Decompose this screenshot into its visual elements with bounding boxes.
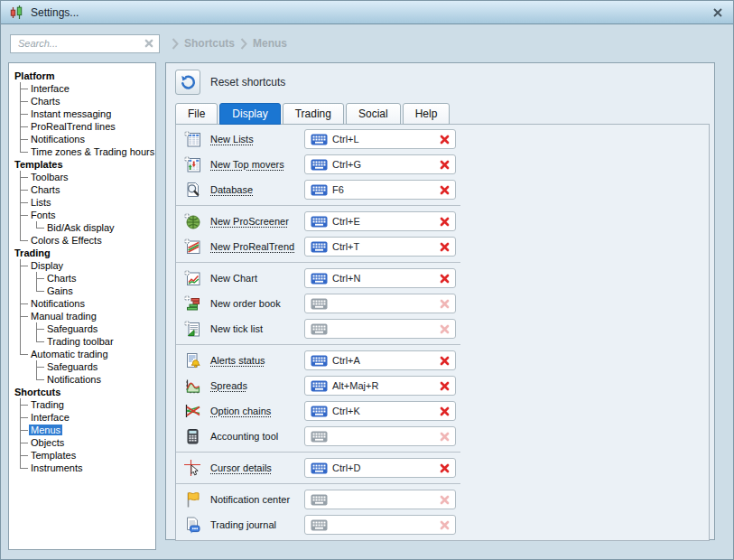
shortcut-label-alerts-status[interactable]: Alerts status: [210, 355, 304, 366]
tree-item-menus[interactable]: Menus: [13, 424, 153, 436]
tree-item-templates[interactable]: Templates: [13, 449, 153, 462]
tree-item-notifications[interactable]: Notifications: [13, 373, 153, 386]
tab-trading[interactable]: Trading: [283, 103, 344, 125]
shortcut-label-database[interactable]: Database: [210, 184, 304, 195]
tree-item-charts[interactable]: Charts: [13, 272, 153, 285]
shortcut-field-spreads[interactable]: Alt+Maj+R: [304, 376, 456, 396]
tree-item-bid-ask-display[interactable]: Bid/Ask display: [13, 221, 153, 234]
shortcut-field-accounting-tool[interactable]: [304, 426, 456, 446]
tree-item-objects[interactable]: Objects: [13, 436, 153, 449]
tree-item-safeguards[interactable]: Safeguards: [13, 360, 153, 373]
tree-item-manual-trading[interactable]: Manual trading: [13, 310, 153, 322]
tree-item-instant-messaging[interactable]: Instant messaging: [13, 107, 153, 120]
tree-item-time-zones-trading-hours[interactable]: Time zones & Trading hours: [13, 145, 153, 158]
shortcut-label-spreads[interactable]: Spreads: [210, 380, 304, 391]
tree-item-label: Display: [29, 260, 65, 271]
clear-search-icon[interactable]: [144, 39, 153, 48]
shortcut-field-trading-journal[interactable]: [304, 515, 456, 535]
tree-item-trading[interactable]: Trading: [13, 398, 153, 411]
tree-item-charts[interactable]: Charts: [13, 95, 153, 107]
shortcut-row: Notification center: [181, 490, 709, 509]
shortcut-label-new-prorealtrend[interactable]: New ProRealTrend: [210, 241, 304, 252]
clear-shortcut-button[interactable]: [440, 274, 450, 284]
tree-item-label: Toolbars: [29, 172, 70, 182]
shortcut-label-accounting-tool: Accounting tool: [210, 431, 304, 442]
breadcrumb-item-shortcuts[interactable]: Shortcuts: [184, 37, 235, 50]
clear-shortcut-button[interactable]: [440, 463, 450, 473]
shortcut-field-notification-center[interactable]: [304, 490, 456, 509]
tab-file[interactable]: File: [175, 103, 218, 125]
clear-shortcut-button[interactable]: [440, 242, 450, 252]
database-icon: [181, 181, 203, 200]
clear-shortcut-button[interactable]: [440, 217, 450, 227]
shortcut-label-option-chains[interactable]: Option chains: [210, 406, 304, 416]
close-icon[interactable]: [711, 5, 725, 20]
breadcrumb-item-menus[interactable]: Menus: [253, 37, 287, 50]
shortcut-label-new-proscreener[interactable]: New ProScreener: [210, 216, 304, 227]
reset-shortcuts-button[interactable]: [175, 70, 200, 95]
tree-item-interface[interactable]: Interface: [13, 411, 153, 424]
shortcut-label-new-top-movers[interactable]: New Top movers: [210, 159, 304, 170]
tree-item-safeguards[interactable]: Safeguards: [13, 322, 153, 335]
shortcut-field-option-chains[interactable]: Ctrl+K: [304, 401, 456, 421]
tree-item-notifications[interactable]: Notifications: [13, 133, 153, 145]
tree-item-gains[interactable]: Gains: [13, 285, 153, 297]
shortcut-field-new-tick-list[interactable]: [304, 319, 456, 339]
tab-help[interactable]: Help: [403, 103, 451, 125]
keyboard-icon: [311, 462, 328, 474]
search-input[interactable]: [16, 37, 144, 50]
tree-connector: [13, 449, 29, 462]
shortcut-row: Cursor detailsCtrl+D: [181, 458, 709, 478]
group-separator: [176, 483, 460, 484]
shortcut-field-new-chart[interactable]: Ctrl+N: [304, 268, 456, 288]
shortcut-label-cursor-details[interactable]: Cursor details: [210, 462, 304, 473]
chevron-right-icon: [172, 38, 179, 50]
tree-connector: [13, 462, 29, 474]
shortcut-field-new-order-book[interactable]: [304, 294, 456, 313]
tree-item-charts[interactable]: Charts: [13, 183, 153, 196]
tree-item-display[interactable]: Display: [13, 259, 153, 272]
tree-item-notifications[interactable]: Notifications: [13, 297, 153, 310]
keyboard-icon: [311, 519, 328, 531]
tree-connector: [29, 221, 45, 234]
tree-item-prorealtrend-lines[interactable]: ProRealTrend lines: [13, 120, 153, 133]
settings-window: { "window": { "title": "Settings..." }, …: [0, 0, 734, 560]
tree-item-interface[interactable]: Interface: [13, 82, 153, 95]
shortcut-field-cursor-details[interactable]: Ctrl+D: [304, 458, 456, 478]
clear-shortcut-button[interactable]: [440, 381, 450, 391]
tree-connector: [13, 360, 29, 373]
shortcut-field-new-proscreener[interactable]: Ctrl+E: [304, 211, 456, 231]
shortcut-field-new-lists[interactable]: Ctrl+L: [304, 129, 456, 149]
clear-shortcut-button[interactable]: [440, 185, 450, 195]
tab-display[interactable]: Display: [219, 103, 280, 125]
clear-shortcut-button[interactable]: [440, 160, 450, 170]
shortcut-field-new-prorealtrend[interactable]: Ctrl+T: [304, 237, 456, 257]
clear-shortcut-button[interactable]: [440, 135, 450, 145]
tree-item-templates[interactable]: Templates: [13, 158, 153, 171]
shortcut-field-alerts-status[interactable]: Ctrl+A: [304, 350, 456, 370]
tree-item-platform[interactable]: Platform: [13, 70, 153, 82]
search-box: [10, 34, 160, 53]
tree-item-instruments[interactable]: Instruments: [13, 462, 153, 474]
tree-item-trading[interactable]: Trading: [13, 247, 153, 259]
clear-shortcut-button[interactable]: [440, 356, 450, 366]
tree-item-toolbars[interactable]: Toolbars: [13, 171, 153, 183]
tree-item-shortcuts[interactable]: Shortcuts: [13, 386, 153, 398]
tree-item-fonts[interactable]: Fonts: [13, 209, 153, 221]
toolbar: ShortcutsMenus: [1, 24, 733, 62]
tree-item-automatic-trading[interactable]: Automatic trading: [13, 348, 153, 360]
shortcut-list: New ListsCtrl+LNew Top moversCtrl+GDatab…: [175, 124, 710, 541]
keyboard-icon: [311, 159, 328, 171]
tree-connector: [13, 171, 29, 183]
shortcut-field-new-top-movers[interactable]: Ctrl+G: [304, 154, 456, 174]
clear-shortcut-button[interactable]: [440, 406, 450, 416]
tree-item-colors-effects[interactable]: Colors & Effects: [13, 234, 153, 247]
tree-item-lists[interactable]: Lists: [13, 196, 153, 209]
shortcut-label-new-lists[interactable]: New Lists: [210, 134, 304, 145]
tab-social[interactable]: Social: [346, 103, 401, 125]
shortcut-row: New ProScreenerCtrl+E: [181, 211, 709, 231]
shortcut-field-database[interactable]: F6: [304, 180, 456, 200]
tree-item-trading-toolbar[interactable]: Trading toolbar: [13, 335, 153, 348]
shortcut-row: New order book: [181, 294, 709, 313]
shortcut-row: Option chainsCtrl+K: [181, 401, 709, 421]
